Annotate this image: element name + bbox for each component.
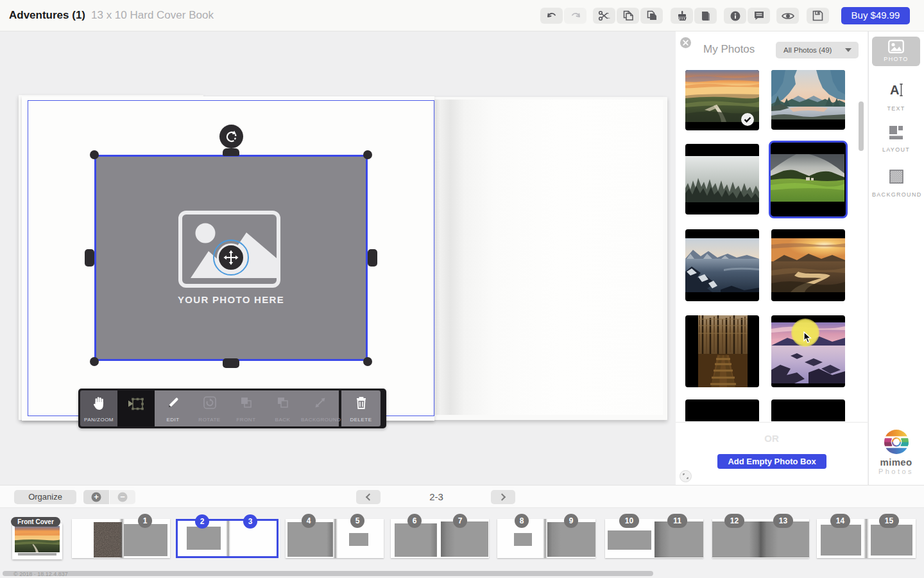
svg-text:A: A [890, 83, 899, 97]
